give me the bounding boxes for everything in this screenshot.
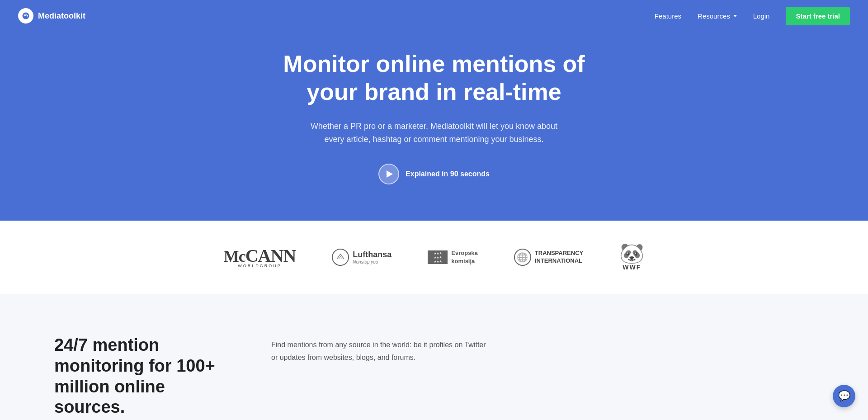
logo-link[interactable]: Mediatoolkit (18, 8, 85, 24)
logo-icon (18, 8, 33, 24)
features-right: Find mentions from any source in the wor… (271, 335, 814, 363)
video-play-button[interactable]: Explained in 90 seconds (378, 164, 490, 184)
features-description: Find mentions from any source in the wor… (271, 339, 488, 363)
video-label: Explained in 90 seconds (406, 170, 490, 178)
nav-resources[interactable]: Resources (698, 12, 737, 20)
features-section: 24/7 mention monitoring for 100+ million… (0, 294, 868, 420)
nav-features[interactable]: Features (655, 12, 681, 20)
svg-point-1 (27, 15, 28, 17)
chat-icon: 💬 (838, 390, 850, 402)
features-heading: 24/7 mention monitoring for 100+ million… (54, 335, 235, 417)
panda-icon: 🐼 (619, 243, 644, 263)
logo-lufthansa: Lufthansa Nonstop you (332, 249, 392, 266)
logo-mccann: McCANN WORLDGROUP (224, 247, 296, 268)
start-trial-button[interactable]: Start free trial (786, 7, 850, 25)
lufthansa-circle-icon (332, 249, 349, 266)
chat-bubble-button[interactable]: 💬 (833, 385, 855, 407)
logo-transparency: 🌐 TRANSPARENCYINTERNATIONAL (514, 249, 583, 266)
hero-subtitle: Whether a PR pro or a marketer, Mediatoo… (303, 120, 565, 146)
globe-icon: 🌐 (514, 249, 531, 266)
features-left: 24/7 mention monitoring for 100+ million… (54, 335, 235, 417)
logo-wwf: 🐼 WWF (619, 243, 644, 271)
hero-section: Monitor online mentions of your brand in… (0, 0, 868, 221)
logo-eu: ★★★★★★★★★ Evropskakomisija (428, 249, 478, 265)
eu-flag-icon: ★★★★★★★★★ (428, 250, 448, 264)
chevron-down-icon (733, 15, 737, 17)
main-navigation: Mediatoolkit Features Resources Login St… (0, 0, 868, 32)
nav-links: Features Resources Login Start free tria… (655, 7, 850, 25)
play-icon (378, 164, 399, 184)
hero-title: Monitor online mentions of your brand in… (276, 50, 592, 106)
nav-login[interactable]: Login (753, 12, 770, 20)
logos-section: McCANN WORLDGROUP Lufthansa Nonstop you … (0, 221, 868, 294)
logo-text: Mediatoolkit (38, 11, 85, 21)
